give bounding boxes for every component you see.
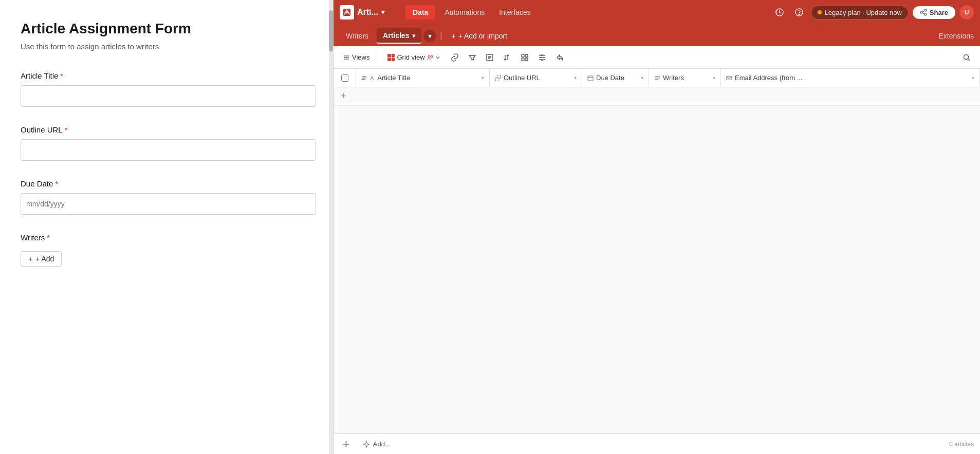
app-dropdown-icon[interactable]: ▾ [381,9,384,16]
tab-articles[interactable]: Articles ▾ [377,28,421,44]
svg-rect-19 [525,58,528,61]
select-all-checkbox-cell[interactable] [334,69,356,87]
link-tool-button[interactable] [448,51,462,64]
scrollbar[interactable] [329,0,333,454]
views-label: Views [352,53,369,61]
record-count: 0 articles [949,441,974,448]
add-import-label: + Add or import [458,32,507,40]
tab-more-button[interactable]: ▾ [423,30,436,42]
extensions-link[interactable]: Extensions [939,32,974,40]
second-bar: Writers Articles ▾ ▾ | + + Add or import… [334,25,980,46]
legacy-badge[interactable]: Legacy plan · Update now [811,6,909,20]
ai-icon [363,441,370,448]
share-tool-button[interactable] [552,51,567,64]
search-tool-button[interactable] [959,51,974,64]
hide-tool-button[interactable] [483,51,497,64]
due-date-input[interactable] [21,193,316,215]
form-subtitle: Use this form to assign articles to writ… [21,42,312,51]
grid-icon [387,54,395,61]
svg-point-23 [964,54,969,59]
bottom-ai-button[interactable]: Add... [359,438,395,450]
writers-add-button[interactable]: + + Add [21,251,62,267]
row-height-tool-button[interactable] [535,51,549,64]
writers-label: Writers * [21,233,312,242]
views-button[interactable]: Views [340,51,373,63]
due-date-group: Due Date * [21,179,312,215]
tab-articles-arrow: ▾ [412,32,415,40]
toolbar-divider-1 [378,52,378,63]
legacy-label: Legacy plan · Update now [825,9,902,16]
left-panel: Article Assignment Form Use this form to… [0,0,333,454]
bottom-add-button[interactable]: + [340,437,353,452]
table-body [334,106,980,433]
col-header-outline-url[interactable]: Outline URL ▾ [490,69,582,87]
svg-rect-16 [522,54,524,57]
writers-dropdown[interactable]: ▾ [713,75,715,81]
col-header-article-title[interactable]: A A Article Title ▾ [356,69,490,87]
bottom-bar: + Add... 0 articles [334,433,980,454]
writers-group: Writers * + + Add [21,233,312,267]
app-name: Arti... [357,8,378,17]
avatar: U [959,5,974,20]
scrollbar-thumb [329,10,333,51]
writers-type-icon [654,75,660,81]
svg-rect-18 [522,58,524,61]
add-import-icon: + [451,32,455,40]
svg-point-5 [920,11,922,13]
col-email-label: Email Address (from ... [735,74,802,82]
automations-nav-link[interactable]: Automations [439,8,490,16]
svg-rect-25 [588,76,593,81]
svg-point-3 [799,14,800,15]
outline-url-group: Outline URL * [21,125,312,161]
svg-point-11 [431,55,433,58]
outline-url-input[interactable] [21,139,316,161]
outline-url-dropdown[interactable]: ▾ [574,75,577,81]
required-star-4: * [47,233,50,242]
outline-url-label: Outline URL * [21,125,312,134]
table-area: A A Article Title ▾ Outline URL ▾ [334,69,980,454]
article-title-dropdown[interactable]: ▾ [482,75,484,81]
app-logo [340,5,354,20]
share-label: Share [930,9,948,16]
top-bar: Arti... ▾ Data Automations Interfaces Le… [334,0,980,25]
tab-writers[interactable]: Writers [340,29,375,43]
col-header-writers[interactable]: Writers ▾ [649,69,721,87]
required-star-1: * [60,71,63,80]
sort-tool-button[interactable] [500,51,514,64]
filter-tool-button[interactable] [465,51,479,64]
interfaces-nav-link[interactable]: Interfaces [494,8,535,16]
article-title-group: Article Title * [21,71,312,107]
due-date-dropdown[interactable]: ▾ [641,75,643,81]
article-title-input[interactable] [21,85,316,107]
data-nav-button[interactable]: Data [405,5,435,20]
col-due-date-label: Due Date [596,74,624,82]
legacy-dot [818,10,822,14]
svg-point-10 [428,55,430,58]
col-header-due-date[interactable]: Due Date ▾ [582,69,649,87]
add-import-button[interactable]: + + Add or import [446,29,512,43]
col-header-email-address[interactable]: Email Address (from ... ▾ [721,69,980,87]
add-row-icon: + [341,91,346,102]
article-title-type-icon: A [361,75,367,81]
select-all-checkbox[interactable] [341,74,348,82]
right-panel: Arti... ▾ Data Automations Interfaces Le… [333,0,980,454]
required-star-3: * [55,179,58,188]
outline-url-type-icon [495,75,501,81]
svg-rect-32 [727,76,732,80]
add-row-button[interactable]: + [334,87,980,106]
group-tool-button[interactable] [517,51,532,64]
col-article-title-label: Article Title [377,74,410,82]
grid-view-button[interactable]: Grid view [383,51,444,63]
required-star-2: * [65,125,68,134]
grid-view-label: Grid view [397,53,424,61]
email-dropdown[interactable]: ▾ [972,75,974,81]
due-date-label: Due Date * [21,179,312,188]
share-button[interactable]: Share [913,6,955,19]
help-icon[interactable] [791,6,807,19]
table-header: A A Article Title ▾ Outline URL ▾ [334,69,980,87]
add-label: + Add [35,255,54,263]
grid-view-dropdown-icon[interactable] [435,55,440,60]
history-icon[interactable] [772,6,787,19]
email-type-icon [726,75,732,81]
add-icon: + [28,255,32,263]
